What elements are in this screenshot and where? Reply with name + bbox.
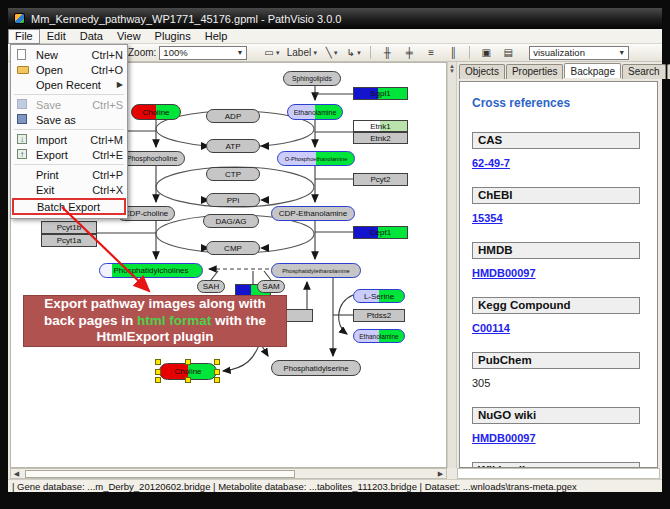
distribute-horizontal-icon[interactable]: ║	[444, 45, 462, 60]
menu-data[interactable]: Data	[73, 29, 110, 44]
menu-shortcut: Ctrl+X	[92, 184, 123, 196]
scrollbar-thumb[interactable]	[25, 470, 295, 478]
crossref-link[interactable]: 15354	[472, 212, 503, 224]
selection-handle[interactable]	[185, 377, 191, 383]
pathway-node-sphingolipids[interactable]: Sphingolipids	[283, 71, 341, 86]
pathway-node-ethanolamine[interactable]: Ethanolamine	[353, 329, 405, 343]
file-menu-item-export[interactable]: ↑ExportCtrl+E	[11, 147, 127, 162]
pathway-node[interactable]	[283, 309, 313, 322]
panel-splitter[interactable]: ▲▼	[447, 62, 457, 468]
label-tool[interactable]: Label▼	[286, 45, 319, 60]
file-menu-item-batch-export[interactable]: Batch Export	[12, 198, 126, 215]
tab-objects[interactable]: Objects	[459, 64, 505, 79]
file-menu-item-import[interactable]: ↓ImportCtrl+M	[11, 132, 127, 147]
selection-handle[interactable]	[185, 359, 191, 365]
selection-handle[interactable]	[214, 377, 220, 383]
file-menu-item-new[interactable]: NewCtrl+N	[11, 47, 127, 62]
crossref-section: HMDBHMDB00097	[472, 242, 647, 288]
crossref-link[interactable]: C00114	[472, 322, 510, 334]
scroll-right-icon[interactable]: ▶	[435, 469, 446, 478]
backpage-panel: Cross references CAS62-49-7ChEBI15354HMD…	[459, 81, 658, 468]
title-bar: Mm_Kennedy_pathway_WP1771_45176.gpml - P…	[8, 8, 662, 29]
toolbar-separator	[370, 46, 371, 59]
menu-shortcut: Ctrl+N	[92, 49, 123, 61]
crossref-link[interactable]: HMDB00097	[472, 432, 536, 444]
status-text: | Gene database: ...m_Derby_20120602.bri…	[12, 481, 577, 492]
submenu-arrow-icon: ▶	[117, 80, 123, 89]
crossref-link[interactable]: HMDB00097	[472, 267, 536, 279]
chevron-down-icon: ▼	[618, 49, 625, 56]
toolbar-separator	[469, 46, 470, 59]
crossref-section: NuGO wikiHMDB00097	[472, 407, 647, 453]
pathway-node-phosphocholine[interactable]: Phosphocholine	[119, 151, 185, 166]
pathway-node-ctp[interactable]: CTP	[206, 167, 260, 181]
menu-help[interactable]: Help	[198, 29, 235, 44]
menu-file[interactable]: File	[8, 29, 40, 44]
pathway-node-phosphatidylserine[interactable]: Phosphatidylserine	[271, 360, 361, 376]
menu-shortcut: Ctrl+M	[90, 134, 123, 146]
pathway-node-adp[interactable]: ADP	[206, 109, 260, 123]
file-menu-item-exit[interactable]: ExitCtrl+X	[11, 182, 127, 197]
align-left-icon[interactable]: ▤	[499, 45, 517, 60]
file-menu-item-print[interactable]: PrintCtrl+P	[11, 167, 127, 182]
align-center-vertical-icon[interactable]: ╪	[400, 45, 418, 60]
splitter-collapse-icon[interactable]: ▲▼	[449, 64, 455, 74]
pathway-node-o-phosphoethanolamine[interactable]: O-Phosphoethanolamine	[277, 151, 355, 166]
selection-handle[interactable]	[214, 369, 220, 375]
new-document-icon	[15, 49, 31, 61]
pathway-node-ppi[interactable]: PPi	[206, 193, 260, 207]
tab-legend[interactable]: Legend	[667, 64, 670, 79]
line-tool[interactable]: ╲▼	[323, 45, 341, 60]
align-center-horizontal-icon[interactable]: ╫	[378, 45, 396, 60]
file-menu-item-open-recent[interactable]: Open Recent▶	[11, 77, 127, 92]
pathway-node-ptdss2[interactable]: Ptdss2	[353, 309, 405, 322]
menu-item-label: Print	[36, 169, 86, 181]
pathway-node-pcyt1b[interactable]: Pcyt1b	[41, 221, 97, 234]
selection-handle[interactable]	[214, 359, 220, 365]
crossref-section: PubChem305	[472, 352, 647, 398]
pathway-node-phosphatidylcholines[interactable]: Phosphatidylcholines	[99, 263, 203, 278]
canvas-horizontal-scrollbar[interactable]: ◀ ▶	[10, 468, 447, 479]
pathway-node-etnk2[interactable]: Etnk2	[353, 132, 408, 144]
file-menu-item-save-as[interactable]: Save as	[11, 112, 127, 127]
visualization-select[interactable]: visualization▼	[529, 46, 629, 60]
pathway-node-sah[interactable]: SAH	[197, 280, 225, 293]
selection-handle[interactable]	[155, 359, 161, 365]
pathway-node-atp[interactable]: ATP	[206, 139, 260, 153]
pathway-node-cmp[interactable]: CMP	[206, 241, 260, 255]
distribute-vertical-icon[interactable]: ≡	[422, 45, 440, 60]
pathway-node-pcyt1a[interactable]: Pcyt1a	[41, 234, 97, 247]
cross-references-heading: Cross references	[472, 96, 647, 110]
app-icon	[14, 13, 25, 24]
connector-tool[interactable]: ↳▼	[345, 45, 363, 60]
pathway-node-choline[interactable]: Choline	[131, 104, 181, 120]
selection-handle[interactable]	[155, 369, 161, 375]
menu-view[interactable]: View	[110, 29, 148, 44]
pathway-node-pcyt2[interactable]: Pcyt2	[353, 173, 408, 186]
datanode-tool[interactable]: ▭▼	[263, 45, 281, 60]
crossref-section: Kegg CompoundC00114	[472, 297, 647, 343]
tab-backpage[interactable]: Backpage	[564, 63, 620, 78]
scroll-left-icon[interactable]: ◀	[11, 469, 22, 478]
pathway-node-etnk1[interactable]: Etnk1	[353, 120, 408, 132]
menu-icon-placeholder	[15, 169, 31, 181]
menu-edit[interactable]: Edit	[40, 29, 73, 44]
align-top-icon[interactable]: ▣	[477, 45, 495, 60]
zoom-select[interactable]: 100%▼	[159, 46, 247, 60]
selection-handle[interactable]	[155, 377, 161, 383]
pathway-node-cept1[interactable]: Cept1	[353, 226, 408, 239]
tab-properties[interactable]: Properties	[506, 64, 564, 79]
status-bar: | Gene database: ...m_Derby_20120602.bri…	[8, 479, 662, 492]
pathway-node-ethanolamine[interactable]: Ethanolamine	[287, 104, 343, 120]
pathway-node-dag-ag[interactable]: DAG/AG	[203, 214, 259, 228]
pathway-node-phosphatidylethanolamine[interactable]: Phosphatidylethanolamine	[271, 263, 361, 278]
menu-plugins[interactable]: Plugins	[148, 29, 198, 44]
pathway-node-l-serine[interactable]: L-Serine	[353, 289, 405, 303]
crossref-link[interactable]: 62-49-7	[472, 157, 510, 169]
file-menu-item-open[interactable]: OpenCtrl+O	[11, 62, 127, 77]
tab-search[interactable]: Search	[622, 64, 666, 79]
pathway-node-cdp-ethanolamine[interactable]: CDP-Ethanolamine	[271, 206, 355, 221]
pathway-node-sam[interactable]: SAM	[257, 280, 285, 293]
menu-item-label: Open	[36, 64, 85, 76]
pathway-node-sgpl1[interactable]: Sgpl1	[353, 87, 408, 100]
